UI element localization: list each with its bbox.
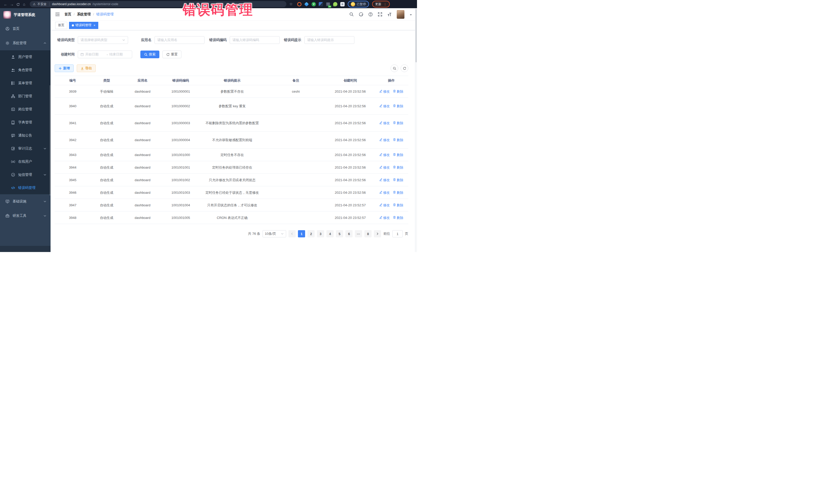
browser-update-button[interactable]: 更新 ⋮	[372, 1, 390, 7]
page-button-4[interactable]: 4	[326, 230, 334, 237]
page-button-5[interactable]: 5	[336, 230, 343, 237]
user-avatar[interactable]	[397, 10, 404, 19]
table-row[interactable]: 3945自动生成dashboard1001001002只允许修改为开启或者关闭状…	[54, 174, 408, 186]
back-icon[interactable]: ←	[3, 2, 9, 6]
edit-link[interactable]: 修改	[379, 104, 390, 109]
toggle-search-button[interactable]	[391, 64, 398, 72]
edit-link[interactable]: 修改	[379, 165, 390, 170]
edit-link[interactable]: 修改	[379, 120, 390, 126]
extension-icon-5[interactable]: on	[326, 2, 330, 6]
edit-link[interactable]: 修改	[379, 190, 390, 195]
scrollbar-thumb[interactable]	[415, 9, 417, 62]
profile-paused-badge[interactable]: 已暂停	[348, 1, 369, 7]
export-button[interactable]: 导出	[77, 64, 96, 72]
error-type-select[interactable]: 请选择错误码类型	[78, 36, 128, 44]
sidebar-logo[interactable]: 芋道管理系统	[0, 8, 50, 22]
tag-home[interactable]: 首页	[55, 22, 67, 29]
edit-link[interactable]: 修改	[379, 203, 390, 207]
search-icon[interactable]	[349, 12, 354, 17]
goto-page-input[interactable]	[392, 230, 403, 237]
edit-link[interactable]: 修改	[379, 178, 390, 182]
delete-link[interactable]: 删除	[393, 152, 403, 157]
table-row[interactable]: 3940自动生成dashboard1001000002参数配置 key 重复20…	[54, 98, 408, 115]
page-button-3[interactable]: 3	[317, 230, 324, 237]
sidebar-item-角色管理[interactable]: 角色管理	[0, 63, 50, 76]
page-button-1[interactable]: 1	[298, 230, 305, 237]
error-code-input[interactable]: 请输入错误码编码	[230, 36, 280, 44]
table-row[interactable]: 3941自动生成dashboard1001000003不能删除类型为系统内置的参…	[54, 115, 408, 132]
forward-icon[interactable]: →	[9, 2, 15, 6]
page-button-2[interactable]: 2	[307, 230, 314, 237]
sidebar-item-系统管理[interactable]: 系统管理	[0, 36, 50, 50]
reload-icon[interactable]	[15, 2, 21, 6]
bookmark-star-icon[interactable]: ☆	[288, 2, 294, 6]
table-row[interactable]: 3944自动生成dashboard1001001001定时任务的处理器已经存在2…	[54, 161, 408, 174]
table-row[interactable]: 3947自动生成dashboard1001001004只有开启状态的任务，才可以…	[54, 199, 408, 212]
table-row[interactable]: 3942自动生成dashboard1001000004不允许获取敏感配置到前端2…	[54, 132, 408, 149]
delete-link[interactable]: 删除	[393, 104, 403, 109]
delete-link[interactable]: 删除	[393, 120, 403, 126]
add-button[interactable]: 新增	[54, 64, 74, 72]
page-size-select[interactable]: 10条/页	[263, 230, 286, 237]
delete-link[interactable]: 删除	[393, 178, 403, 182]
tag-close-icon[interactable]: ×	[94, 24, 95, 27]
app-name-input[interactable]: 请输入应用名	[154, 36, 204, 44]
table-row[interactable]: 3946自动生成dashboard1001001003定时任务已经处于该状态，无…	[54, 186, 408, 199]
sidebar-item-首页[interactable]: 首页	[0, 22, 50, 36]
breadcrumb-item[interactable]: 错误码管理	[96, 12, 114, 17]
edit-link[interactable]: 修改	[379, 89, 390, 94]
breadcrumb-item[interactable]: 首页	[64, 12, 71, 17]
sidebar-item-通知公告[interactable]: 通知公告	[0, 129, 50, 142]
extension-icon-6[interactable]	[333, 2, 337, 6]
sidebar-item-用户管理[interactable]: 用户管理	[0, 50, 50, 63]
delete-link[interactable]: 删除	[393, 190, 403, 195]
sidebar-item-短信管理[interactable]: 短信管理	[0, 168, 50, 181]
sidebar-item-错误码管理[interactable]: 错误码管理	[0, 181, 50, 194]
github-icon[interactable]	[359, 12, 364, 17]
edit-link[interactable]: 修改	[379, 152, 390, 157]
page-button-8[interactable]: 8	[365, 230, 372, 237]
breadcrumb-item[interactable]: 系统管理	[77, 12, 91, 17]
tag-error-code-active[interactable]: 错误码管理 ×	[69, 22, 98, 29]
prev-page-button[interactable]	[288, 230, 295, 237]
extension-icon-4[interactable]	[319, 2, 323, 6]
url-bar[interactable]: ⚠ 不安全 dashboard.yudao.iocoder.cn/system/…	[30, 1, 286, 7]
home-icon[interactable]: ⌂	[21, 2, 27, 6]
page-button-6[interactable]: 6	[345, 230, 353, 237]
help-icon[interactable]	[368, 12, 373, 17]
extension-icon-1[interactable]	[297, 2, 302, 6]
menu-fold-icon[interactable]	[55, 12, 60, 17]
delete-link[interactable]: 删除	[393, 215, 403, 220]
extension-icon-3[interactable]: V	[311, 2, 316, 6]
fullscreen-icon[interactable]	[378, 12, 382, 17]
delete-link[interactable]: 删除	[393, 137, 403, 143]
edit-link[interactable]: 修改	[379, 137, 390, 143]
sidebar-collapse-bar[interactable]	[0, 246, 50, 252]
reset-button[interactable]: 重置	[162, 50, 181, 58]
extensions-puzzle-icon[interactable]	[340, 2, 345, 6]
refresh-table-button[interactable]	[400, 64, 408, 72]
sidebar-item-研发工具[interactable]: 研发工具	[0, 209, 50, 223]
sidebar-item-字典管理[interactable]: 字典管理	[0, 116, 50, 129]
extension-icon-2[interactable]	[304, 2, 309, 6]
error-hint-input[interactable]: 请输入错误码提示	[304, 36, 354, 44]
next-page-button[interactable]	[374, 230, 381, 237]
table-row[interactable]: 3948自动生成dashboard1001001005CRON 表达式不正确20…	[54, 212, 408, 224]
date-range-picker[interactable]: 开始日期 - 结束日期	[78, 50, 132, 58]
sidebar-item-菜单管理[interactable]: 菜单管理	[0, 76, 50, 90]
sidebar-scrollbar[interactable]	[49, 85, 50, 196]
font-size-icon[interactable]	[387, 12, 392, 17]
delete-link[interactable]: 删除	[393, 203, 403, 207]
search-button[interactable]: 搜索	[140, 50, 159, 58]
window-scrollbar[interactable]	[415, 8, 417, 252]
delete-link[interactable]: 删除	[393, 165, 403, 170]
sidebar-item-部门管理[interactable]: 部门管理	[0, 90, 50, 103]
sidebar-item-审计日志[interactable]: 审计日志	[0, 142, 50, 155]
sidebar-item-岗位管理[interactable]: 岗位管理	[0, 103, 50, 116]
edit-link[interactable]: 修改	[379, 215, 390, 220]
sidebar-item-在线用户[interactable]: 在线用户	[0, 155, 50, 168]
sidebar-item-基础设施[interactable]: 基础设施	[0, 194, 50, 209]
table-row[interactable]: 3943自动生成dashboard1001001000定时任务不存在2021-0…	[54, 149, 408, 161]
table-row[interactable]: 3939手动编辑dashboard1001000001参数配置不存在ceshi2…	[54, 85, 408, 98]
avatar-caret-down-icon[interactable]	[409, 13, 412, 16]
